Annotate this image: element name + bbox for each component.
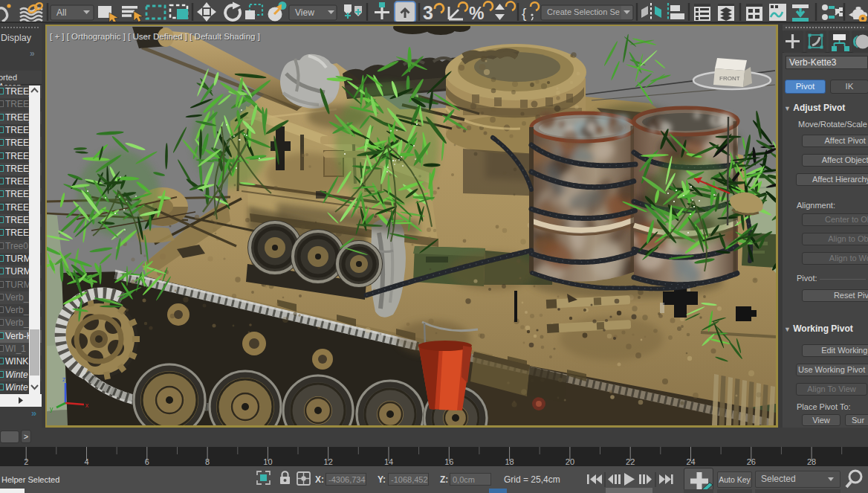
svg-text:Create Selection Se: Create Selection Se — [547, 7, 620, 16]
svg-text:24: 24 — [686, 457, 695, 466]
svg-text:28: 28 — [807, 457, 816, 466]
svg-text:2: 2 — [24, 457, 28, 466]
svg-text:y: y — [50, 405, 54, 413]
svg-text:26: 26 — [747, 457, 756, 466]
svg-text:12: 12 — [324, 457, 333, 466]
svg-text:%: % — [469, 4, 484, 23]
svg-text:22: 22 — [626, 457, 635, 466]
svg-text:3: 3 — [423, 2, 433, 23]
svg-text:20: 20 — [566, 457, 574, 466]
svg-text:View: View — [295, 7, 314, 18]
svg-text:{: { — [522, 5, 527, 21]
svg-text:8: 8 — [205, 457, 210, 466]
svg-text:14: 14 — [384, 457, 393, 466]
svg-text:10: 10 — [263, 457, 272, 466]
svg-text:6: 6 — [145, 457, 149, 466]
svg-text:FRONT: FRONT — [719, 75, 740, 82]
svg-text:x: x — [85, 402, 89, 409]
svg-text:16: 16 — [444, 457, 453, 466]
svg-text:18: 18 — [505, 457, 514, 466]
svg-text:z: z — [62, 376, 66, 383]
svg-text:4: 4 — [84, 457, 88, 466]
svg-text:All: All — [56, 7, 66, 18]
